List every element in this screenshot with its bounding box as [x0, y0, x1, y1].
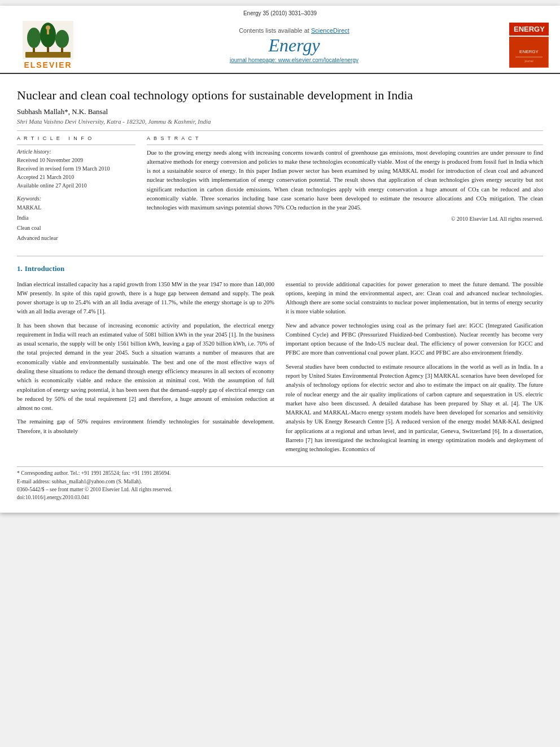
email-footnote: E-mail address: subhas_mallah1@yahoo.com… — [17, 478, 543, 486]
intro-para-r1: essential to provide additional capaciti… — [286, 280, 543, 317]
homepage-link[interactable]: journal homepage: www.elsevier.com/locat… — [230, 57, 358, 63]
elsevier-tree-icon — [23, 21, 73, 59]
contents-label: Contents lists available at — [239, 27, 309, 34]
journal-header: Energy 35 (2010) 3031–3039 — [0, 6, 560, 74]
intro-para-r2: New and advance power technologies using… — [286, 321, 543, 358]
svg-rect-6 — [47, 47, 49, 53]
svg-point-2 — [27, 28, 41, 48]
sciencedirect-link[interactable]: ScienceDirect — [311, 27, 349, 34]
divider-1 — [17, 130, 543, 131]
journal-name: Energy — [85, 35, 504, 56]
abstract-col: A B S T R A C T Due to the growing energ… — [147, 136, 543, 249]
homepage-line: journal homepage: www.elsevier.com/locat… — [85, 57, 504, 63]
abstract-label: A B S T R A C T — [147, 136, 543, 141]
svg-rect-1 — [25, 52, 71, 58]
sciencedirect-line: Contents lists available at ScienceDirec… — [85, 27, 504, 34]
keywords-label: Keywords: — [17, 195, 135, 202]
journal-title-center: Contents lists available at ScienceDirec… — [85, 27, 504, 63]
elsevier-logo: ELSEVIER — [11, 21, 85, 69]
intro-body-cols: Indian electrical installed capacity has… — [17, 280, 543, 459]
article-content: Nuclear and clean coal technology option… — [0, 74, 560, 513]
history-block: Article history: Received 10 November 20… — [17, 148, 135, 190]
issn-footnote: 0360-5442/$ – see front matter © 2010 El… — [17, 486, 543, 493]
intro-section: 1. Introduction Indian electrical instal… — [17, 264, 543, 459]
divider-info — [17, 145, 135, 145]
energy-logo-icon: ENERGY journal — [510, 37, 548, 67]
copyright-text: © 2010 Elsevier Ltd. All rights reserved… — [147, 216, 543, 222]
energy-logo-image: ENERGY journal — [509, 37, 549, 68]
intro-section-title: Introduction — [25, 264, 65, 273]
citation-bar: Energy 35 (2010) 3031–3039 — [11, 10, 549, 16]
elsevier-brand-text: ELSEVIER — [24, 60, 72, 69]
article-info-col: A R T I C L E I N F O Article history: R… — [17, 136, 135, 249]
page: Energy 35 (2010) 3031–3039 — [0, 6, 560, 513]
citation-text: Energy 35 (2010) 3031–3039 — [243, 10, 317, 16]
received-date: Received 10 November 2009 — [17, 156, 135, 164]
intro-para-r3: Several studies have been conducted to e… — [286, 362, 543, 455]
energy-logo-box: ENERGY — [509, 23, 549, 36]
intro-para-3: The remaining gap of 50% requires enviro… — [17, 417, 274, 436]
corresponding-footnote: * Corresponding author. Tel.: +91 1991 2… — [17, 469, 543, 477]
authors: Subhash Mallah*, N.K. Bansal — [17, 107, 543, 116]
svg-rect-5 — [33, 48, 35, 53]
intro-para-1: Indian electrical installed capacity has… — [17, 280, 274, 317]
svg-rect-9 — [47, 30, 49, 34]
history-label: Article history: — [17, 148, 135, 155]
article-info-label: A R T I C L E I N F O — [17, 136, 135, 141]
svg-text:journal: journal — [524, 59, 533, 63]
svg-rect-7 — [61, 48, 63, 53]
affiliation: Shri Mata Vaishno Devi University, Katra… — [17, 118, 543, 125]
intro-para-2: It has been shown that because of increa… — [17, 321, 274, 413]
svg-point-8 — [46, 25, 50, 30]
footnote-area: * Corresponding author. Tel.: +91 1991 2… — [17, 466, 543, 501]
header-row: ELSEVIER Contents lists available at Sci… — [11, 19, 549, 73]
abstract-text: Due to the growing energy needs along wi… — [147, 148, 543, 213]
energy-logo-right: ENERGY ENERGY journal — [504, 23, 549, 68]
accepted-date: Accepted 21 March 2010 — [17, 173, 135, 181]
intro-right-col: essential to provide additional capaciti… — [286, 280, 543, 459]
keywords-list: MARKAL India Clean coal Advanced nuclear — [17, 203, 135, 243]
info-abstract-row: A R T I C L E I N F O Article history: R… — [17, 136, 543, 249]
svg-point-4 — [55, 30, 69, 48]
keyword-india: India — [17, 213, 135, 223]
divider-abstract — [147, 145, 543, 145]
keyword-cleancoal: Clean coal — [17, 223, 135, 233]
intro-left-col: Indian electrical installed capacity has… — [17, 280, 274, 459]
revised-label: Received in revised form 19 March 2010 — [17, 164, 135, 173]
article-title: Nuclear and clean coal technology option… — [17, 88, 543, 104]
keywords-block: Keywords: MARKAL India Clean coal Advanc… — [17, 195, 135, 243]
keyword-advnuclear: Advanced nuclear — [17, 233, 135, 243]
intro-section-number: 1. — [17, 264, 23, 273]
divider-2 — [17, 256, 543, 256]
svg-text:ENERGY: ENERGY — [519, 49, 539, 54]
available-date: Available online 27 April 2010 — [17, 181, 135, 190]
doi-footnote: doi:10.1016/j.energy.2010.03.041 — [17, 493, 543, 501]
keyword-markal: MARKAL — [17, 203, 135, 213]
